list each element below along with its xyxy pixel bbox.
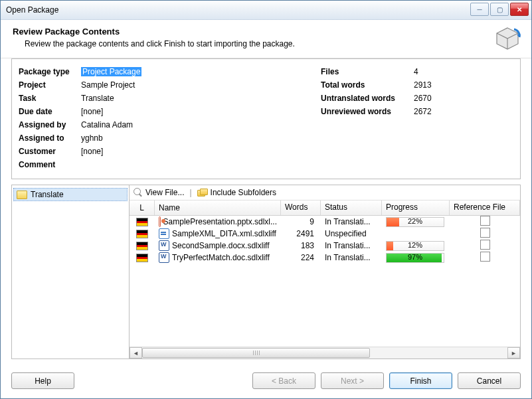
include-subfolders-button[interactable]: Include Subfolders	[197, 188, 276, 197]
table-row[interactable]: SamplePresentation.pptx.sdlxl...9In Tran…	[130, 216, 520, 228]
subfolders-icon	[197, 189, 208, 197]
scroll-right-arrow[interactable]: ►	[507, 347, 520, 359]
package-icon	[494, 25, 521, 52]
col-status[interactable]: Status	[321, 200, 382, 215]
info-label: Customer	[19, 147, 81, 156]
window: Open Package ─ ▢ ✕ Review Package Conten…	[0, 0, 532, 399]
cell-name: SamplePresentation.pptx.sdlxl...	[155, 216, 281, 228]
help-button[interactable]: Help	[11, 372, 74, 389]
view-file-button[interactable]: View File...	[133, 188, 184, 197]
lower-panel: Translate View File... | Include Subfold…	[11, 185, 521, 359]
cell-status: In Translati...	[321, 216, 382, 227]
progress-text: 12%	[387, 241, 444, 249]
file-icon	[159, 240, 169, 251]
footer: Help < Back Next > Finish Cancel	[1, 366, 531, 398]
scroll-left-arrow[interactable]: ◄	[130, 347, 142, 359]
info-row: Due date[none]	[19, 106, 321, 118]
reference-checkbox[interactable]	[480, 216, 490, 226]
flag-icon	[136, 242, 148, 250]
next-button[interactable]: Next >	[321, 372, 384, 389]
window-title: Open Package	[6, 5, 58, 15]
info-value: 4	[414, 67, 418, 76]
magnifier-icon	[133, 188, 143, 197]
maximize-button[interactable]: ▢	[490, 3, 509, 16]
info-row: Unreviewed words2672	[321, 106, 513, 118]
cell-words: 183	[281, 240, 321, 251]
minimize-button[interactable]: ─	[470, 3, 489, 16]
cell-reference	[450, 239, 520, 252]
info-value: Translate	[81, 94, 114, 103]
page-title: Review Package Contents	[13, 27, 519, 37]
titlebar: Open Package ─ ▢ ✕	[1, 1, 531, 20]
flag-icon	[136, 218, 148, 226]
col-progress[interactable]: Progress	[382, 200, 450, 215]
horizontal-scrollbar[interactable]: ◄ ►	[130, 347, 520, 359]
col-words[interactable]: Words	[281, 200, 321, 215]
tree-item-label: Translate	[31, 190, 64, 199]
info-label: Assigned by	[19, 120, 81, 129]
info-label: Comment	[19, 160, 81, 169]
table-row[interactable]: TryPerfectMatch.doc.sdlxliff224In Transl…	[130, 252, 520, 264]
tree-item-translate[interactable]: Translate	[13, 188, 128, 201]
page-subtitle: Review the package contents and click Fi…	[25, 39, 519, 48]
col-reference[interactable]: Reference File	[450, 200, 520, 215]
window-buttons: ─ ▢ ✕	[470, 3, 529, 16]
info-panel: Package typeProject PackageProjectSample…	[11, 58, 521, 179]
cell-status: In Translati...	[321, 252, 382, 263]
info-value: [none]	[81, 107, 103, 116]
flag-icon	[136, 254, 148, 262]
info-label: Unreviewed words	[321, 107, 414, 116]
info-label: Package type	[19, 67, 81, 76]
cell-name: SecondSample.docx.sdlxliff	[155, 240, 281, 252]
list-toolbar: View File... | Include Subfolders	[130, 185, 520, 200]
cell-words: 9	[281, 216, 321, 227]
cell-name: TryPerfectMatch.doc.sdlxliff	[155, 252, 281, 264]
info-row: Untranslated words2670	[321, 92, 513, 104]
cancel-button[interactable]: Cancel	[458, 372, 521, 389]
back-button[interactable]: < Back	[252, 372, 315, 389]
wizard-header: Review Package Contents Review the packa…	[1, 20, 531, 58]
file-name: SampleXML_DITA.xml.sdlxliff	[172, 229, 276, 238]
finish-button[interactable]: Finish	[389, 372, 452, 389]
col-lang[interactable]: L	[130, 200, 155, 215]
cell-progress: 12%	[382, 240, 450, 251]
grid-header: L Name Words Status Progress Reference F…	[130, 200, 520, 216]
folder-icon	[17, 191, 27, 199]
progress-bar: 22%	[386, 217, 444, 227]
grid: L Name Words Status Progress Reference F…	[130, 200, 520, 347]
cell-reference	[450, 251, 520, 264]
info-value: [none]	[81, 147, 103, 156]
info-label: Task	[19, 94, 81, 103]
progress-text: 97%	[387, 253, 444, 261]
cell-name: SampleXML_DITA.xml.sdlxliff	[155, 228, 281, 240]
progress-text: 22%	[387, 217, 444, 225]
info-row: Customer[none]	[19, 145, 321, 157]
info-value: 2670	[414, 94, 432, 103]
scroll-track[interactable]	[142, 348, 507, 358]
file-list-panel: View File... | Include Subfolders L Name…	[130, 185, 521, 359]
cell-lang	[130, 241, 155, 251]
table-row[interactable]: SecondSample.docx.sdlxliff183In Translat…	[130, 240, 520, 252]
scroll-thumb[interactable]	[142, 348, 370, 358]
cell-reference	[450, 215, 520, 228]
cell-lang	[130, 229, 155, 239]
reference-checkbox[interactable]	[480, 252, 490, 262]
reference-checkbox[interactable]	[480, 240, 490, 250]
close-button[interactable]: ✕	[510, 3, 529, 16]
file-name: TryPerfectMatch.doc.sdlxliff	[172, 253, 270, 262]
reference-checkbox[interactable]	[480, 228, 490, 238]
cell-lang	[130, 253, 155, 263]
info-value: Sample Project	[81, 80, 135, 90]
col-name[interactable]: Name	[155, 200, 281, 215]
cell-progress: 97%	[382, 252, 450, 263]
info-value: 2913	[414, 80, 432, 90]
file-icon	[159, 228, 169, 239]
info-row: Comment	[19, 159, 321, 171]
cell-status: Unspecified	[321, 228, 382, 239]
content: Package typeProject PackageProjectSample…	[1, 58, 531, 366]
table-row[interactable]: SampleXML_DITA.xml.sdlxliff2491Unspecifi…	[130, 228, 520, 240]
file-icon	[159, 252, 169, 263]
cell-words: 224	[281, 252, 321, 263]
tree-panel: Translate	[11, 185, 130, 359]
cell-lang	[130, 217, 155, 227]
